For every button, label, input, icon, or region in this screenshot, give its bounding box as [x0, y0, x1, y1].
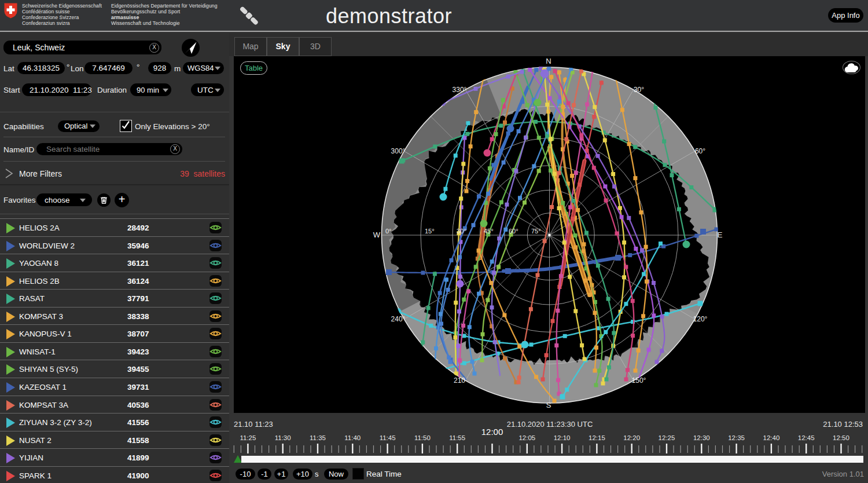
svg-text:11:55: 11:55 — [449, 434, 465, 441]
svg-text:12:15: 12:15 — [589, 434, 605, 441]
svg-text:12:35: 12:35 — [728, 434, 745, 441]
svg-text:11:25: 11:25 — [240, 434, 256, 441]
svg-text:30°: 30° — [457, 228, 466, 235]
svg-text:12:40: 12:40 — [763, 434, 780, 441]
svg-text:12:00: 12:00 — [481, 427, 503, 437]
svg-text:330°: 330° — [453, 86, 467, 94]
svg-text:75°: 75° — [531, 228, 541, 235]
svg-text:11:30: 11:30 — [275, 434, 291, 441]
svg-text:11:35: 11:35 — [310, 434, 326, 441]
svg-text:12:25: 12:25 — [659, 434, 675, 441]
svg-text:240°: 240° — [391, 315, 406, 323]
svg-text:120°: 120° — [693, 315, 708, 323]
svg-text:0°: 0° — [385, 228, 392, 235]
svg-text:11:40: 11:40 — [344, 434, 361, 441]
svg-text:210: 210 — [454, 376, 465, 385]
svg-text:W: W — [373, 230, 381, 239]
svg-text:12:45: 12:45 — [798, 434, 815, 441]
svg-text:12:20: 12:20 — [623, 434, 640, 441]
svg-text:60°: 60° — [509, 228, 518, 235]
svg-text:12:05: 12:05 — [518, 434, 535, 441]
svg-text:12:30: 12:30 — [693, 434, 710, 441]
svg-text:E: E — [718, 230, 723, 239]
svg-text:12:10: 12:10 — [554, 434, 571, 441]
svg-text:15°: 15° — [425, 228, 435, 235]
svg-text:30°: 30° — [634, 86, 644, 94]
svg-text:12:50: 12:50 — [833, 434, 849, 441]
svg-text:11:50: 11:50 — [414, 434, 431, 441]
svg-text:150°: 150° — [632, 376, 646, 385]
svg-text:N: N — [546, 57, 551, 65]
svg-text:S: S — [546, 401, 551, 409]
svg-text:11:45: 11:45 — [380, 434, 396, 441]
svg-text:60°: 60° — [695, 147, 705, 155]
svg-text:300°: 300° — [391, 147, 406, 155]
svg-text:45°: 45° — [484, 228, 494, 235]
